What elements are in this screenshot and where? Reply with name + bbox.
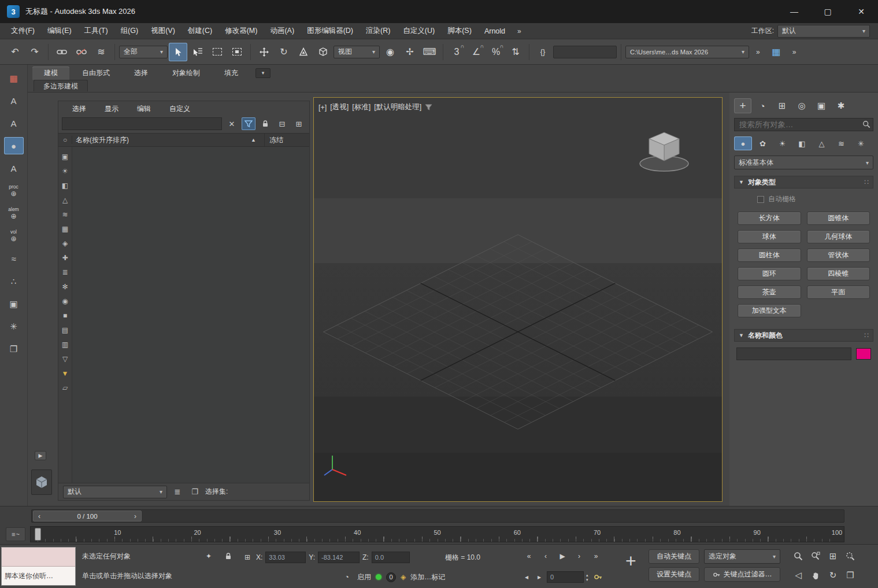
- time-slider-prev-icon[interactable]: ‹: [34, 512, 45, 520]
- ribbon-tab-populate[interactable]: 填充: [213, 66, 250, 80]
- object-type-rollout-header[interactable]: ▼ 对象类型 ∷: [734, 176, 873, 188]
- tab-create-icon[interactable]: +: [734, 98, 751, 113]
- ribbon-options-button[interactable]: ▾: [255, 68, 271, 78]
- plane-button[interactable]: 平面: [807, 286, 870, 299]
- menu-overflow-icon[interactable]: »: [512, 27, 527, 35]
- select-and-scale-button[interactable]: [294, 43, 313, 61]
- category-systems-icon[interactable]: ✳: [852, 136, 870, 150]
- menu-edit[interactable]: 编辑(E): [41, 23, 78, 39]
- time-slider-next-icon[interactable]: ›: [129, 512, 141, 520]
- menu-graph-editors[interactable]: 图形编辑器(D): [301, 23, 360, 39]
- vol-tool-icon[interactable]: vol⊕: [4, 227, 24, 245]
- tab-utilities-icon[interactable]: ✱: [832, 98, 850, 113]
- menu-file[interactable]: 文件(F): [5, 23, 41, 39]
- advanced-filter-icon[interactable]: ▼: [60, 368, 71, 379]
- x-coordinate-field[interactable]: [265, 552, 306, 563]
- collapse-hierarchy-icon[interactable]: ⊟: [275, 117, 289, 130]
- display-lights-icon[interactable]: ☀: [60, 166, 71, 176]
- search-icon[interactable]: [862, 120, 870, 128]
- display-hidden-icon[interactable]: ▤: [60, 325, 71, 335]
- key-mode-forward-icon[interactable]: ▸: [534, 570, 544, 584]
- display-frozen-icon[interactable]: ■: [60, 310, 71, 321]
- time-slider-handle[interactable]: ‹ 0 / 100 ›: [33, 511, 142, 522]
- zoom-all-button[interactable]: [807, 548, 824, 565]
- degradation-count-badge[interactable]: 0: [386, 572, 396, 582]
- add-time-tag-label[interactable]: 添加…标记: [410, 572, 445, 582]
- menu-scripting[interactable]: 脚本(S): [441, 23, 478, 39]
- layer-stack-button[interactable]: ≣: [171, 486, 184, 498]
- maxscript-mini-listener[interactable]: 脚本迷你侦听…: [1, 547, 76, 586]
- display-notes-icon[interactable]: ▥: [60, 339, 71, 350]
- tab-modify-icon[interactable]: ◔: [754, 98, 771, 113]
- minimize-button[interactable]: —: [777, 0, 811, 23]
- current-frame-field[interactable]: [547, 571, 584, 583]
- select-and-move-button[interactable]: [255, 43, 273, 61]
- clear-search-icon[interactable]: ✕: [225, 117, 239, 130]
- menu-rendering[interactable]: 渲染(R): [360, 23, 397, 39]
- viewport-layout-tab[interactable]: [31, 469, 52, 495]
- lock-explorer-icon[interactable]: [258, 117, 272, 130]
- display-visibility-icon[interactable]: ◉: [60, 296, 71, 306]
- mini-curve-editor-button[interactable]: ≡~: [6, 527, 25, 541]
- annotate-shapes-icon[interactable]: A: [4, 114, 24, 132]
- key-mode-back-icon[interactable]: ◂: [521, 570, 532, 584]
- bind-to-space-warp-button[interactable]: ≋: [92, 43, 110, 61]
- sphere-button[interactable]: 球体: [738, 230, 801, 243]
- tube-button[interactable]: 管状体: [807, 249, 870, 262]
- ribbon-subtab-polygon-modeling[interactable]: 多边形建模: [34, 80, 88, 91]
- pyramid-button[interactable]: 四棱锥: [807, 267, 870, 280]
- display-layers-icon[interactable]: ≣: [60, 267, 71, 278]
- display-helpers-icon[interactable]: △: [60, 195, 71, 205]
- select-and-link-icon[interactable]: [53, 43, 71, 61]
- redo-button[interactable]: ↷: [25, 43, 44, 61]
- viewport-pov-menu[interactable]: [透视]: [330, 102, 349, 112]
- frozen-column-header[interactable]: 冻结: [264, 134, 309, 146]
- keyboard-shortcut-override-toggle[interactable]: ⌨: [420, 43, 439, 61]
- expand-hierarchy-icon[interactable]: ⊞: [292, 117, 306, 130]
- maximize-button[interactable]: ▢: [811, 0, 844, 23]
- category-shapes-icon[interactable]: ✿: [754, 136, 772, 150]
- snaps-toggle-3d[interactable]: 3∩: [447, 43, 466, 61]
- menu-group[interactable]: 组(G): [114, 23, 145, 39]
- proc-tool-icon[interactable]: proc⊕: [4, 182, 24, 199]
- viewport-general-menu[interactable]: [+]: [318, 103, 327, 112]
- explorer-menu-select[interactable]: 选择: [64, 102, 94, 116]
- tab-display-icon[interactable]: ▣: [813, 98, 830, 113]
- ribbon-tab-selection[interactable]: 选择: [123, 66, 160, 80]
- y-coordinate-field[interactable]: [318, 552, 360, 563]
- display-modifiers-icon[interactable]: ✚: [60, 253, 71, 263]
- display-bitmaps-icon[interactable]: ▦: [60, 224, 71, 234]
- zoom-button[interactable]: [790, 548, 807, 565]
- category-helpers-icon[interactable]: △: [813, 136, 831, 150]
- viewport-standard-menu[interactable]: [标准]: [352, 102, 371, 112]
- cone-button[interactable]: 圆锥体: [807, 212, 870, 225]
- name-column-header[interactable]: 名称(按升序排序) ▲: [72, 135, 264, 145]
- per-view-filter-icon[interactable]: [425, 103, 432, 111]
- edit-named-selection-sets-button[interactable]: {}: [534, 43, 552, 61]
- menu-arnold[interactable]: Arnold: [478, 23, 512, 39]
- cylinder-button[interactable]: 圆柱体: [738, 249, 801, 262]
- key-mode-toggle[interactable]: [591, 570, 606, 584]
- reference-coordinate-dropdown[interactable]: 视图 ▾: [334, 46, 380, 58]
- display-materials-icon[interactable]: ✻: [60, 282, 71, 292]
- rectangular-selection-region-button[interactable]: [208, 43, 227, 61]
- light-text-icon[interactable]: A: [4, 160, 24, 177]
- annotate-text-icon[interactable]: A: [4, 92, 24, 109]
- filter-funnel-icon[interactable]: [242, 117, 255, 130]
- torus-button[interactable]: 圆环: [738, 267, 801, 280]
- z-coordinate-field[interactable]: [372, 552, 410, 563]
- toolbar-overflow2-icon[interactable]: »: [787, 48, 802, 56]
- open-scene-explorer-button[interactable]: ▦: [767, 43, 786, 61]
- workspace-dropdown[interactable]: 默认 ▾: [777, 25, 870, 38]
- selection-filter-set-dropdown[interactable]: 选定对象 ▾: [704, 549, 780, 564]
- tab-motion-icon[interactable]: ◎: [793, 98, 810, 113]
- display-spacewarps-icon[interactable]: ≋: [60, 209, 71, 220]
- key-filters-button[interactable]: 关键点过滤器…: [704, 567, 780, 582]
- select-object-button[interactable]: [169, 43, 187, 61]
- set-key-button[interactable]: 设置关键点: [649, 567, 699, 582]
- object-name-field[interactable]: [736, 347, 851, 360]
- perspective-viewport[interactable]: [+] [透视] [标准] [默认明暗处理]: [313, 97, 723, 502]
- pan-button[interactable]: [807, 567, 824, 584]
- play-button[interactable]: ▶: [555, 549, 570, 563]
- menu-create[interactable]: 创建(C): [181, 23, 218, 39]
